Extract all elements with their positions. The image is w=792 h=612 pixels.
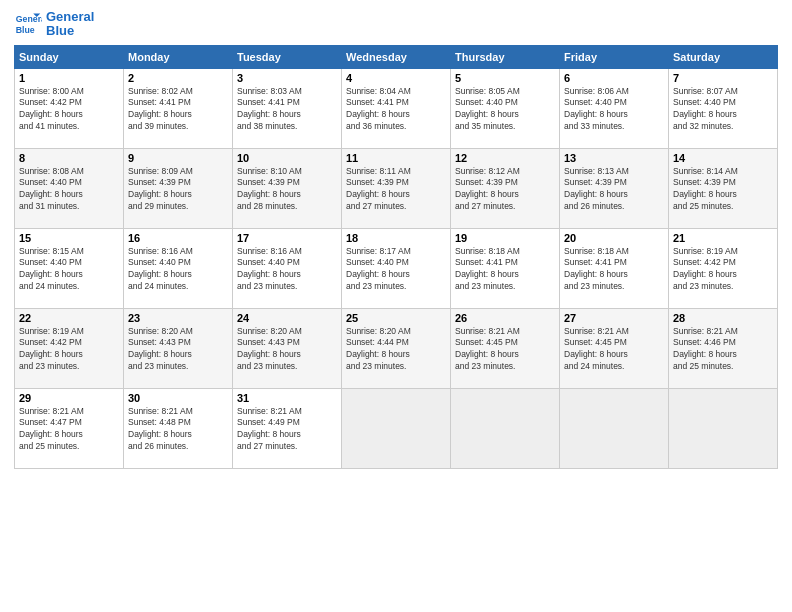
day-number: 20 bbox=[564, 232, 664, 244]
day-info: Sunrise: 8:20 AMSunset: 4:43 PMDaylight:… bbox=[128, 326, 228, 374]
day-info: Sunrise: 8:16 AMSunset: 4:40 PMDaylight:… bbox=[237, 246, 337, 294]
day-number: 10 bbox=[237, 152, 337, 164]
day-info: Sunrise: 8:21 AMSunset: 4:49 PMDaylight:… bbox=[237, 406, 337, 454]
day-info: Sunrise: 8:05 AMSunset: 4:40 PMDaylight:… bbox=[455, 86, 555, 134]
calendar-cell: 4 Sunrise: 8:04 AMSunset: 4:41 PMDayligh… bbox=[342, 68, 451, 148]
day-number: 4 bbox=[346, 72, 446, 84]
day-number: 18 bbox=[346, 232, 446, 244]
calendar-cell: 25 Sunrise: 8:20 AMSunset: 4:44 PMDaylig… bbox=[342, 308, 451, 388]
day-info: Sunrise: 8:02 AMSunset: 4:41 PMDaylight:… bbox=[128, 86, 228, 134]
svg-text:Blue: Blue bbox=[16, 25, 35, 35]
week-row-1: 1 Sunrise: 8:00 AMSunset: 4:42 PMDayligh… bbox=[15, 68, 778, 148]
calendar-table: SundayMondayTuesdayWednesdayThursdayFrid… bbox=[14, 45, 778, 469]
weekday-monday: Monday bbox=[124, 45, 233, 68]
day-info: Sunrise: 8:20 AMSunset: 4:44 PMDaylight:… bbox=[346, 326, 446, 374]
day-number: 27 bbox=[564, 312, 664, 324]
day-number: 15 bbox=[19, 232, 119, 244]
calendar-cell: 26 Sunrise: 8:21 AMSunset: 4:45 PMDaylig… bbox=[451, 308, 560, 388]
day-number: 5 bbox=[455, 72, 555, 84]
day-info: Sunrise: 8:21 AMSunset: 4:47 PMDaylight:… bbox=[19, 406, 119, 454]
calendar-cell: 7 Sunrise: 8:07 AMSunset: 4:40 PMDayligh… bbox=[669, 68, 778, 148]
day-info: Sunrise: 8:16 AMSunset: 4:40 PMDaylight:… bbox=[128, 246, 228, 294]
day-number: 29 bbox=[19, 392, 119, 404]
calendar-cell: 27 Sunrise: 8:21 AMSunset: 4:45 PMDaylig… bbox=[560, 308, 669, 388]
svg-text:General: General bbox=[16, 15, 42, 25]
day-number: 1 bbox=[19, 72, 119, 84]
calendar-cell: 14 Sunrise: 8:14 AMSunset: 4:39 PMDaylig… bbox=[669, 148, 778, 228]
day-info: Sunrise: 8:17 AMSunset: 4:40 PMDaylight:… bbox=[346, 246, 446, 294]
day-info: Sunrise: 8:18 AMSunset: 4:41 PMDaylight:… bbox=[564, 246, 664, 294]
day-info: Sunrise: 8:21 AMSunset: 4:48 PMDaylight:… bbox=[128, 406, 228, 454]
day-number: 26 bbox=[455, 312, 555, 324]
day-info: Sunrise: 8:08 AMSunset: 4:40 PMDaylight:… bbox=[19, 166, 119, 214]
day-number: 2 bbox=[128, 72, 228, 84]
day-info: Sunrise: 8:06 AMSunset: 4:40 PMDaylight:… bbox=[564, 86, 664, 134]
day-number: 14 bbox=[673, 152, 773, 164]
day-number: 13 bbox=[564, 152, 664, 164]
calendar-cell: 11 Sunrise: 8:11 AMSunset: 4:39 PMDaylig… bbox=[342, 148, 451, 228]
day-info: Sunrise: 8:15 AMSunset: 4:40 PMDaylight:… bbox=[19, 246, 119, 294]
day-info: Sunrise: 8:04 AMSunset: 4:41 PMDaylight:… bbox=[346, 86, 446, 134]
weekday-friday: Friday bbox=[560, 45, 669, 68]
calendar-cell: 10 Sunrise: 8:10 AMSunset: 4:39 PMDaylig… bbox=[233, 148, 342, 228]
day-info: Sunrise: 8:19 AMSunset: 4:42 PMDaylight:… bbox=[673, 246, 773, 294]
day-number: 25 bbox=[346, 312, 446, 324]
day-number: 11 bbox=[346, 152, 446, 164]
day-number: 24 bbox=[237, 312, 337, 324]
day-number: 3 bbox=[237, 72, 337, 84]
week-row-3: 15 Sunrise: 8:15 AMSunset: 4:40 PMDaylig… bbox=[15, 228, 778, 308]
day-info: Sunrise: 8:19 AMSunset: 4:42 PMDaylight:… bbox=[19, 326, 119, 374]
day-number: 9 bbox=[128, 152, 228, 164]
week-row-4: 22 Sunrise: 8:19 AMSunset: 4:42 PMDaylig… bbox=[15, 308, 778, 388]
calendar-cell: 23 Sunrise: 8:20 AMSunset: 4:43 PMDaylig… bbox=[124, 308, 233, 388]
day-number: 31 bbox=[237, 392, 337, 404]
calendar-cell: 28 Sunrise: 8:21 AMSunset: 4:46 PMDaylig… bbox=[669, 308, 778, 388]
day-info: Sunrise: 8:13 AMSunset: 4:39 PMDaylight:… bbox=[564, 166, 664, 214]
day-number: 21 bbox=[673, 232, 773, 244]
calendar-cell: 21 Sunrise: 8:19 AMSunset: 4:42 PMDaylig… bbox=[669, 228, 778, 308]
calendar-cell: 6 Sunrise: 8:06 AMSunset: 4:40 PMDayligh… bbox=[560, 68, 669, 148]
day-number: 8 bbox=[19, 152, 119, 164]
day-number: 23 bbox=[128, 312, 228, 324]
day-info: Sunrise: 8:09 AMSunset: 4:39 PMDaylight:… bbox=[128, 166, 228, 214]
day-info: Sunrise: 8:21 AMSunset: 4:45 PMDaylight:… bbox=[455, 326, 555, 374]
day-info: Sunrise: 8:21 AMSunset: 4:46 PMDaylight:… bbox=[673, 326, 773, 374]
calendar-cell: 9 Sunrise: 8:09 AMSunset: 4:39 PMDayligh… bbox=[124, 148, 233, 228]
day-number: 16 bbox=[128, 232, 228, 244]
day-number: 19 bbox=[455, 232, 555, 244]
logo-icon: General Blue bbox=[14, 10, 42, 38]
calendar-cell: 29 Sunrise: 8:21 AMSunset: 4:47 PMDaylig… bbox=[15, 388, 124, 468]
day-number: 28 bbox=[673, 312, 773, 324]
weekday-sunday: Sunday bbox=[15, 45, 124, 68]
calendar-cell: 8 Sunrise: 8:08 AMSunset: 4:40 PMDayligh… bbox=[15, 148, 124, 228]
day-number: 22 bbox=[19, 312, 119, 324]
weekday-thursday: Thursday bbox=[451, 45, 560, 68]
weekday-saturday: Saturday bbox=[669, 45, 778, 68]
weekday-header-row: SundayMondayTuesdayWednesdayThursdayFrid… bbox=[15, 45, 778, 68]
day-number: 30 bbox=[128, 392, 228, 404]
day-info: Sunrise: 8:21 AMSunset: 4:45 PMDaylight:… bbox=[564, 326, 664, 374]
logo-text: GeneralBlue bbox=[46, 10, 94, 39]
day-info: Sunrise: 8:20 AMSunset: 4:43 PMDaylight:… bbox=[237, 326, 337, 374]
calendar-cell: 16 Sunrise: 8:16 AMSunset: 4:40 PMDaylig… bbox=[124, 228, 233, 308]
calendar-cell: 3 Sunrise: 8:03 AMSunset: 4:41 PMDayligh… bbox=[233, 68, 342, 148]
week-row-2: 8 Sunrise: 8:08 AMSunset: 4:40 PMDayligh… bbox=[15, 148, 778, 228]
calendar-cell: 15 Sunrise: 8:15 AMSunset: 4:40 PMDaylig… bbox=[15, 228, 124, 308]
day-info: Sunrise: 8:07 AMSunset: 4:40 PMDaylight:… bbox=[673, 86, 773, 134]
calendar-cell bbox=[342, 388, 451, 468]
calendar-cell: 12 Sunrise: 8:12 AMSunset: 4:39 PMDaylig… bbox=[451, 148, 560, 228]
weekday-wednesday: Wednesday bbox=[342, 45, 451, 68]
day-number: 7 bbox=[673, 72, 773, 84]
day-number: 12 bbox=[455, 152, 555, 164]
calendar-cell: 17 Sunrise: 8:16 AMSunset: 4:40 PMDaylig… bbox=[233, 228, 342, 308]
day-info: Sunrise: 8:03 AMSunset: 4:41 PMDaylight:… bbox=[237, 86, 337, 134]
day-number: 17 bbox=[237, 232, 337, 244]
calendar-page: General Blue GeneralBlue SundayMondayTue… bbox=[0, 0, 792, 612]
weekday-tuesday: Tuesday bbox=[233, 45, 342, 68]
logo: General Blue GeneralBlue bbox=[14, 10, 94, 39]
calendar-cell bbox=[560, 388, 669, 468]
header: General Blue GeneralBlue bbox=[14, 10, 778, 39]
calendar-cell: 19 Sunrise: 8:18 AMSunset: 4:41 PMDaylig… bbox=[451, 228, 560, 308]
calendar-cell: 20 Sunrise: 8:18 AMSunset: 4:41 PMDaylig… bbox=[560, 228, 669, 308]
day-info: Sunrise: 8:18 AMSunset: 4:41 PMDaylight:… bbox=[455, 246, 555, 294]
